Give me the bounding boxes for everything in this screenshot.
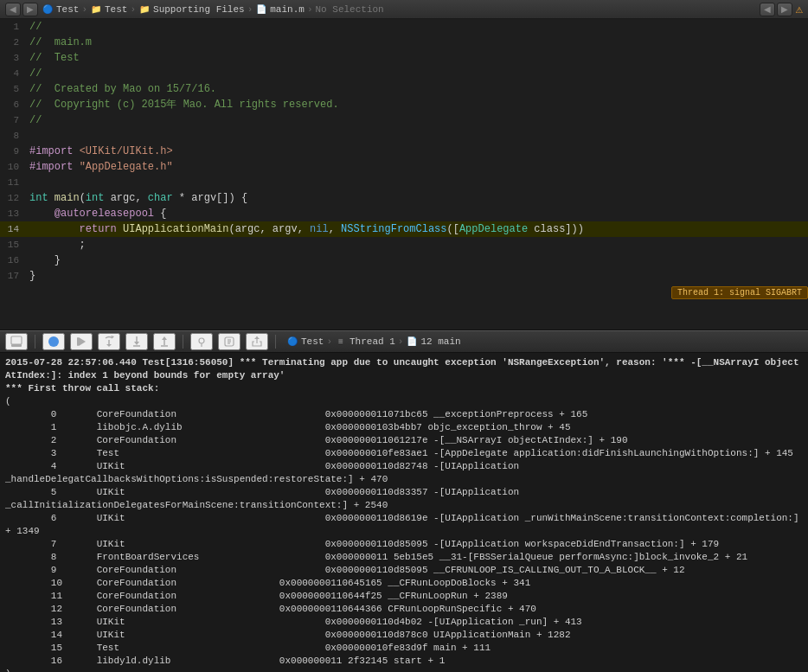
step-out-button[interactable]: [153, 333, 176, 350]
folder-icon-1: 📁: [90, 3, 102, 16]
code-line-14: 14 return UIApplicationMain(argc, argv, …: [0, 221, 808, 237]
line-num-15: 15: [0, 237, 26, 253]
breadcrumb-test1[interactable]: Test: [56, 4, 79, 15]
line-content-16: }: [26, 253, 808, 268]
console-line-11: 11 CoreFoundation 0x0000000110644f25 __C…: [5, 590, 803, 603]
console-line-3: 3 Test 0x000000010fe83ae1 -[AppDelegate …: [5, 447, 803, 460]
line-content-9: #import <UIKit/UIKit.h>: [26, 144, 808, 159]
deactivate-button[interactable]: [42, 333, 65, 350]
console-line-7: 7 UIKit 0x0000000110d85095 -[UIApplicati…: [5, 538, 803, 551]
breadcrumb-test2[interactable]: Test: [105, 4, 127, 15]
hide-debug-button[interactable]: [5, 333, 28, 350]
svg-marker-20: [254, 336, 260, 339]
line-content-3: // Test: [26, 50, 808, 66]
svg-rect-4: [77, 337, 79, 346]
continue-button[interactable]: [70, 333, 93, 350]
debug-thread-icon: ≡: [335, 336, 347, 348]
location-button[interactable]: [190, 333, 213, 350]
code-line-5: 5 // Created by Mao on 15/7/16.: [0, 81, 808, 97]
line-num-6: 6: [0, 97, 26, 112]
console-line-9: 9 CoreFoundation 0x0000000110d85095 __CF…: [5, 564, 803, 577]
simulate-button[interactable]: [218, 333, 240, 350]
debug-breadcrumb: 🔵 Test › ≡ Thread 1 › 📄 12 main: [286, 336, 461, 348]
line-num-1: 1: [0, 19, 26, 35]
share-button[interactable]: [246, 333, 268, 350]
console-line-15: 15 Test 0x000000010fe83d9f main + 111: [5, 642, 803, 655]
line-num-4: 4: [0, 66, 26, 81]
code-line-3: 3 // Test: [0, 50, 808, 66]
test-project-icon: 🔵: [42, 3, 54, 16]
line-content-10: #import "AppDelegate.h": [26, 159, 808, 175]
breadcrumb-mainm[interactable]: main.m: [270, 4, 305, 15]
file-icon: 📄: [255, 3, 267, 16]
code-line-1: 1 //: [0, 19, 808, 35]
debug-breadcrumb-test: Test: [301, 336, 324, 347]
line-content-17: }: [26, 268, 808, 284]
breadcrumb-supporting-files[interactable]: Supporting Files: [153, 4, 245, 15]
line-content-8: [26, 128, 808, 144]
nav-back-button[interactable]: ◀: [5, 3, 21, 16]
nav-right-back-button[interactable]: ◀: [760, 3, 775, 16]
debug-sep-1: [35, 335, 35, 349]
line-content-4: //: [26, 66, 808, 81]
line-num-10: 10: [0, 159, 26, 175]
nav-forward-button[interactable]: ▶: [22, 3, 38, 16]
console-line-6: 6 UIKit 0x0000000110d8619e -[UIApplicati…: [5, 512, 803, 538]
line-num-12: 12: [0, 190, 26, 206]
code-line-9: 9 #import <UIKit/UIKit.h>: [0, 144, 808, 159]
line-num-17: 17: [0, 268, 26, 284]
debug-project-icon: 🔵: [286, 336, 298, 348]
console-line-16: 16 libdyld.dylib 0x000000011 2f32145 sta…: [5, 655, 803, 668]
line-content-14: return UIApplicationMain(argc, argv, nil…: [26, 221, 808, 237]
svg-rect-0: [11, 336, 22, 344]
line-num-7: 7: [0, 112, 26, 128]
code-line-10: 10 #import "AppDelegate.h": [0, 159, 808, 175]
debug-toolbar: 🔵 Test › ≡ Thread 1 › 📄 12 main: [0, 330, 808, 353]
code-line-2: 2 // main.m: [0, 35, 808, 50]
console-line-5b: _callInitializationDelegatesForMainScene…: [5, 499, 803, 512]
line-content-11: [26, 175, 808, 190]
console-line-1: 1 libobjc.A.dylib 0x0000000103b4bb7 objc…: [5, 421, 803, 434]
console-output: 2015-07-28 22:57:06.440 Test[1316:56050]…: [0, 353, 808, 672]
code-lines: 1 // 2 // main.m 3 // Test 4 // 5 // Cre…: [0, 19, 808, 284]
code-line-16: 16 }: [0, 253, 808, 268]
line-content-7: //: [26, 112, 808, 128]
code-line-17: 17 }: [0, 268, 808, 284]
line-num-8: 8: [0, 128, 26, 144]
line-num-5: 5: [0, 81, 26, 97]
console-line-close: ): [5, 668, 803, 672]
line-content-15: ;: [26, 237, 808, 253]
line-content-12: int main(int argc, char * argv[]) {: [26, 190, 808, 206]
breadcrumb: 🔵 Test › 📁 Test › 📁 Supporting Files › 📄…: [42, 3, 756, 16]
line-num-11: 11: [0, 175, 26, 190]
console-line-5: 5 UIKit 0x0000000110d83357 -[UIApplicati…: [5, 486, 803, 499]
line-num-3: 3: [0, 50, 26, 66]
nav-right-forward-button[interactable]: ▶: [777, 3, 792, 16]
debug-frame-icon: 📄: [406, 336, 418, 348]
code-line-13: 13 @autoreleasepool {: [0, 206, 808, 221]
nav-arrows-right: ◀ ▶: [760, 3, 792, 16]
line-content-6: // Copyright (c) 2015年 Mao. All rights r…: [26, 97, 808, 112]
svg-marker-9: [134, 342, 139, 345]
svg-point-14: [199, 338, 204, 343]
svg-marker-7: [106, 344, 112, 347]
console-line-10: 10 CoreFoundation 0x0000000110645165 __C…: [5, 577, 803, 590]
console-line-open: (: [5, 395, 803, 408]
console-line-2: 2 CoreFoundation 0x000000011061217e -[__…: [5, 434, 803, 447]
console-line-14: 14 UIKit 0x0000000110d878c0 UIApplicatio…: [5, 629, 803, 642]
line-num-14: 14: [0, 221, 26, 237]
svg-marker-12: [162, 336, 167, 340]
code-line-11: 11: [0, 175, 808, 190]
debug-sep-3: [275, 335, 276, 349]
debug-breadcrumb-frame: 12 main: [420, 336, 460, 347]
line-content-1: //: [26, 19, 808, 35]
thread-badge: Thread 1: signal SIGABRT: [671, 286, 808, 299]
step-in-button[interactable]: [125, 333, 148, 350]
line-content-5: // Created by Mao on 15/7/16.: [26, 81, 808, 97]
toolbar-right: ◀ ▶ ⚠: [760, 2, 803, 16]
code-line-8: 8: [0, 128, 808, 144]
line-num-13: 13: [0, 206, 26, 221]
code-editor: 1 // 2 // main.m 3 // Test 4 // 5 // Cre…: [0, 19, 808, 330]
step-over-button[interactable]: [98, 333, 120, 350]
debug-breadcrumb-thread: Thread 1: [349, 336, 395, 347]
